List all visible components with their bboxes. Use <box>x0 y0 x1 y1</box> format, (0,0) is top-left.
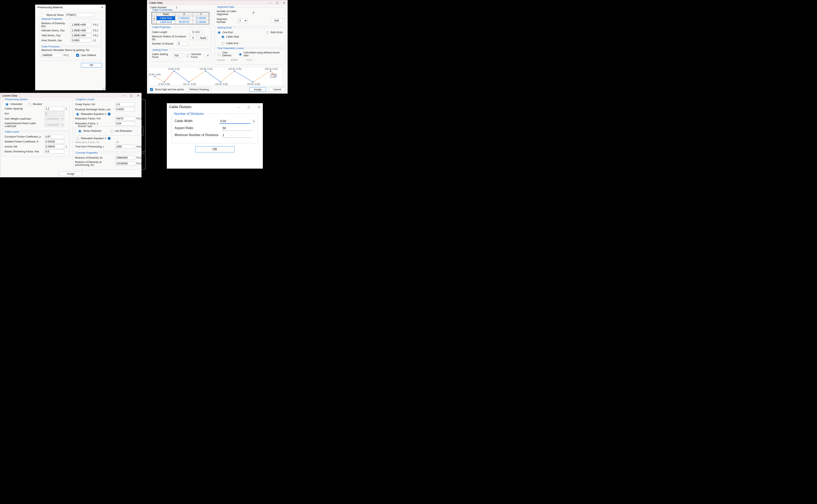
eci-field[interactable] <box>115 161 135 166</box>
maximize-icon[interactable] <box>275 1 279 4</box>
resize-grip[interactable] <box>103 87 105 90</box>
wobble-k-field[interactable] <box>45 140 64 144</box>
coordinates-table[interactable]: PointXY Cable Start 0.1884341 21.60056 C… <box>151 12 209 24</box>
min-divisions-field[interactable] <box>222 132 252 138</box>
apply-button[interactable]: Apply <box>198 36 208 40</box>
num-strands-field[interactable] <box>177 42 188 46</box>
j-field[interactable] <box>115 121 135 126</box>
t-field[interactable] <box>115 145 135 149</box>
cable-width-field[interactable] <box>219 118 250 124</box>
show-high-low-checkbox[interactable]: Show high and low points <box>149 87 184 92</box>
assign-button[interactable]: Assign <box>249 87 266 92</box>
close-icon[interactable] <box>100 6 104 9</box>
chart-point-label: (34.24, 0.25) <box>265 68 277 70</box>
svg-point-1 <box>164 82 165 83</box>
group-legend: Time Dependent Losses <box>216 47 245 50</box>
refresh-drawing-button[interactable]: Refresh Drawing <box>188 87 210 92</box>
jacking-ends-group: Jacking Ends One End Both Ends Cable Sta… <box>214 28 285 47</box>
edit-button[interactable]: Edit <box>270 18 283 23</box>
eps-field[interactable] <box>71 23 91 27</box>
num-segments-value: 9 <box>249 11 257 14</box>
strands-type-group: Strands Type Stress Relieved low Relaxat… <box>75 126 143 136</box>
aspect-ratio-label: Aspect Ratio <box>175 126 220 130</box>
calculated-radio[interactable]: Calculated using defined losses data <box>238 51 283 57</box>
min-radius-field[interactable] <box>190 36 197 40</box>
one-end-radio[interactable]: One End <box>217 31 232 34</box>
material-name-field[interactable] <box>65 13 94 17</box>
cell-y[interactable]: 21.60056 <box>193 16 209 20</box>
fpu-field[interactable] <box>71 28 91 33</box>
eps-label: Modulus of Elasticity, Eps <box>41 22 69 28</box>
group-legend: Segments Data <box>216 6 235 8</box>
stress-relieved-radio[interactable]: Stress Relieved <box>77 129 101 133</box>
table-row[interactable]: Cable Start 0.1884341 21.60056 <box>152 16 209 20</box>
aspect-ratio-field[interactable] <box>222 125 252 131</box>
assign-button[interactable]: Assign <box>59 172 82 176</box>
relax-eq2-radio[interactable]: Relaxation Equation 2 <box>75 137 106 140</box>
chart-point-label: (5.69, 0.25) <box>168 68 180 70</box>
close-icon[interactable] <box>282 1 286 4</box>
kcr-field[interactable] <box>115 102 135 106</box>
cable-profile-chart: (0.00, 0.15)(2.80, 0.05)(5.69, 0.25)(10.… <box>148 67 283 86</box>
ec-field[interactable] <box>115 156 135 160</box>
bonded-radio[interactable]: Bonded <box>27 102 42 106</box>
kcir-label: Kcir <box>5 112 43 115</box>
anchor-set-field[interactable] <box>45 145 64 149</box>
maximize-icon[interactable] <box>129 94 133 97</box>
user-defined-radio[interactable]: User Defined <box>217 51 236 57</box>
cell-point[interactable]: Cable End <box>157 20 175 24</box>
cable-coordinates-group: Cable Coordinates PointXY Cable Start 0.… <box>150 10 211 26</box>
group-legend: Strands Type <box>77 125 93 128</box>
relax-eq1-radio[interactable]: Relaxation Equation 1 <box>75 112 106 116</box>
titlebar: Cable Data <box>147 0 287 5</box>
cell-x[interactable]: 0.1884341 <box>175 16 193 20</box>
info-icon[interactable] <box>108 113 111 115</box>
cancel-button[interactable]: Cancel <box>269 87 285 92</box>
low-relaxation-radio[interactable]: low Relaxation <box>110 129 132 133</box>
aps-field[interactable] <box>71 38 91 42</box>
window-title: Prestressing Material <box>37 6 63 9</box>
jacking-force-field[interactable] <box>173 54 182 58</box>
ok-button[interactable]: OK <box>195 146 234 152</box>
ok-button[interactable]: OK <box>81 63 102 67</box>
ec-unit: F/L2 <box>136 156 142 159</box>
fpy-field[interactable] <box>71 33 91 38</box>
chart-point-label: (35.83, 0.15) <box>270 73 283 78</box>
group-legend: Jacking Ends <box>216 26 232 29</box>
kes-field[interactable] <box>45 150 64 154</box>
cell-point[interactable]: Cable Start <box>157 16 175 20</box>
cell-y[interactable]: 21.59854 <box>193 20 209 24</box>
kre-field[interactable] <box>115 117 135 121</box>
group-legend: Longterm Losses <box>75 98 95 101</box>
group-legend: Prestressing System <box>4 98 28 101</box>
info-icon[interactable] <box>108 137 111 140</box>
minimize-icon[interactable] <box>237 105 240 109</box>
cable-start-radio[interactable]: Cable Start <box>220 35 283 38</box>
unbonded-radio[interactable]: Unbonded <box>5 102 22 106</box>
fpy-unit: F/L2 <box>93 34 98 37</box>
cable-width-unit: L <box>253 119 255 123</box>
fpi-field[interactable] <box>41 53 62 57</box>
cell-x[interactable]: 36.05716 <box>175 20 193 24</box>
both-ends-radio[interactable]: Both Ends <box>265 31 283 34</box>
cable-end-radio[interactable]: Cable End <box>220 41 283 45</box>
maximize-icon[interactable] <box>247 105 250 109</box>
absolute-force-checkbox[interactable]: Absolute Force <box>186 53 206 59</box>
cable-spacing-unit: L <box>66 107 67 110</box>
table-row[interactable]: Cable End 36.05716 21.59854 <box>152 20 209 24</box>
close-icon[interactable] <box>136 94 140 97</box>
titlebar: Losses Data <box>0 93 141 98</box>
cable-spacing-field[interactable] <box>45 107 64 111</box>
user-defined-checkbox[interactable]: User Defiend <box>75 53 96 57</box>
window-title: Cable Data <box>149 1 163 4</box>
mu-field[interactable] <box>45 135 64 139</box>
esh-field[interactable] <box>115 107 135 111</box>
minimize-icon[interactable] <box>268 1 272 4</box>
segment-number-select[interactable]: 1 <box>238 18 247 23</box>
close-icon[interactable] <box>257 105 261 109</box>
absolute-force-label: Absolute Force <box>191 53 206 59</box>
minimize-icon[interactable] <box>122 94 126 97</box>
svg-point-0 <box>154 76 155 77</box>
both-ends-label: Both Ends <box>271 31 283 34</box>
chart-point-label: (0.00, 0.15) <box>149 73 160 76</box>
